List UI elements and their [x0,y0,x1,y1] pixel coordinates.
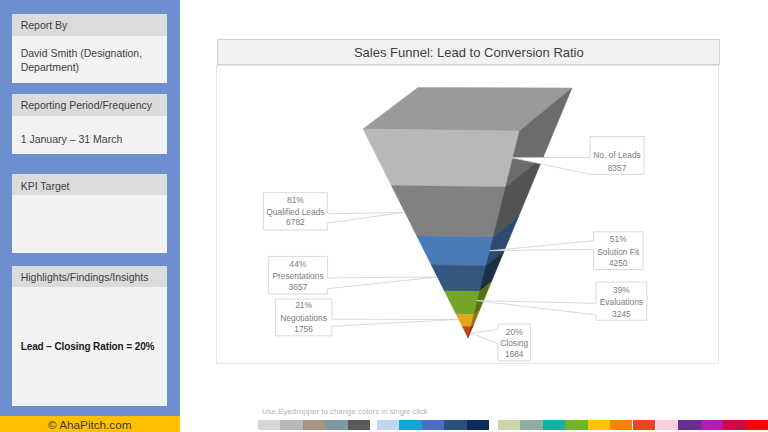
svg-text:Presentations: Presentations [272,271,323,281]
svg-text:81%: 81% [287,195,304,205]
svg-text:6782: 6782 [286,217,305,227]
svg-text:8357: 8357 [608,163,627,173]
svg-text:3245: 3245 [612,309,631,319]
svg-text:Qualified Leads: Qualified Leads [266,207,324,217]
svg-text:51%: 51% [610,234,627,244]
svg-text:No. of Leads: No. of Leads [593,150,641,160]
svg-text:1684: 1684 [505,349,524,359]
svg-text:Negotiations: Negotiations [280,313,327,323]
svg-text:3657: 3657 [289,282,308,292]
svg-text:Evaluations: Evaluations [600,297,643,307]
svg-text:Closing: Closing [500,338,528,348]
svg-text:21%: 21% [295,300,312,310]
svg-text:1756: 1756 [294,324,313,334]
svg-text:Solution Fit: Solution Fit [597,247,640,257]
svg-text:44%: 44% [290,259,307,269]
svg-text:4250: 4250 [609,258,628,268]
svg-text:20%: 20% [506,327,523,337]
svg-text:39%: 39% [613,285,630,295]
